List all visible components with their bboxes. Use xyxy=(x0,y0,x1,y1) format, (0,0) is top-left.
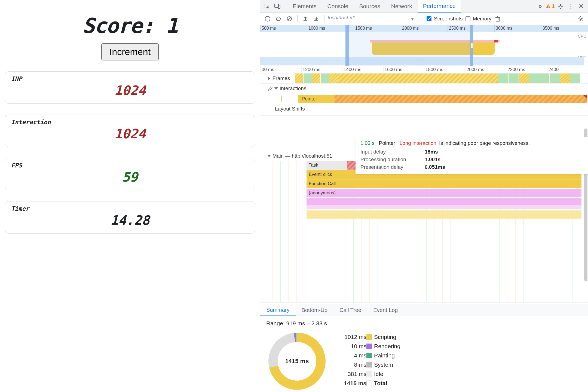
metric-label: Timer xyxy=(11,205,249,212)
memory-checkbox-input[interactable] xyxy=(465,16,470,21)
track-label: Frames xyxy=(272,75,290,81)
overview-ruler: 500 ms 1000 ms 1500 ms 2000 ms 2500 ms 3… xyxy=(260,25,588,32)
flame-bar-task[interactable]: Task xyxy=(307,161,347,170)
flame-bar-anonymous[interactable]: (anonymous) xyxy=(307,189,581,197)
legend-name: Rendering xyxy=(374,343,400,350)
capture-settings-icon[interactable] xyxy=(576,14,585,23)
swatch-total xyxy=(366,381,372,386)
metric-label: FPS xyxy=(11,162,249,169)
screenshots-checkbox[interactable]: Screenshots xyxy=(425,16,463,22)
disclose-icon[interactable] xyxy=(268,76,270,80)
ruler-tick: 3500 ms xyxy=(541,25,588,32)
disclose-icon[interactable] xyxy=(274,87,278,90)
download-profile-button[interactable] xyxy=(312,14,321,23)
issues-badge[interactable]: 1 xyxy=(546,3,555,9)
tab-console[interactable]: Console xyxy=(323,0,353,13)
overview-cpu-label: CPU xyxy=(578,33,586,39)
chevron-down-icon[interactable]: ▾ xyxy=(411,16,414,22)
tab-sources[interactable]: Sources xyxy=(354,0,385,13)
swatch-painting xyxy=(366,353,372,358)
tab-event-log[interactable]: Event Log xyxy=(367,304,404,316)
more-tabs-icon[interactable]: » xyxy=(535,2,545,11)
ruler-tick: 2200 ms xyxy=(506,66,547,73)
track-layout-shifts[interactable]: Layout Shifts xyxy=(260,104,588,116)
record-button[interactable] xyxy=(263,14,272,23)
issues-count: 1 xyxy=(552,3,555,9)
long-interaction-warning-icon xyxy=(583,95,587,103)
flame-bar[interactable] xyxy=(307,198,581,209)
tab-performance[interactable]: Performance xyxy=(418,0,461,13)
checkbox-label: Screenshots xyxy=(434,16,463,22)
tab-summary[interactable]: Summary xyxy=(260,304,296,316)
interaction-bar-label: Pointer xyxy=(298,95,335,103)
overview-handle-right[interactable] xyxy=(470,25,473,66)
svg-line-7 xyxy=(288,17,291,20)
device-toolbar-icon[interactable] xyxy=(273,2,282,11)
reload-record-button[interactable] xyxy=(274,14,283,23)
legend-ms: 381 ms xyxy=(336,371,366,377)
screenshots-checkbox-input[interactable] xyxy=(427,16,431,21)
tab-elements[interactable]: Elements xyxy=(288,0,321,13)
metric-label: INP xyxy=(11,75,249,82)
legend-name: Scripting xyxy=(374,334,400,340)
overview-handle-left[interactable] xyxy=(345,25,349,66)
tooltip-key: Input delay xyxy=(360,148,420,156)
donut-center-label: 1415 ms xyxy=(268,333,326,390)
swatch-system xyxy=(366,362,372,367)
upload-profile-button[interactable] xyxy=(301,14,310,23)
track-label: Main — http://localhost:51 xyxy=(272,153,332,159)
memory-checkbox[interactable]: Memory xyxy=(464,16,492,22)
ruler-tick: 1800 ms xyxy=(424,66,465,73)
inspect-icon[interactable] xyxy=(262,2,272,11)
summary-legend: 1012 msScripting 10 msRendering 4 msPain… xyxy=(336,334,400,387)
tooltip-value: 6.051ms xyxy=(425,163,445,171)
summary-donut-chart: 1415 ms xyxy=(268,333,326,390)
ruler-tick: 1400 ms xyxy=(342,66,383,73)
metric-value: 14.28 xyxy=(11,213,249,228)
track-thread-pool[interactable]: Thread Pool xyxy=(260,303,588,304)
tooltip-key: Processing duration xyxy=(360,156,420,163)
flame-bar-function-call[interactable]: Function Call xyxy=(307,179,581,188)
tooltip-kind: Pointer xyxy=(379,140,395,146)
details-tabstrip: Summary Bottom-Up Call Tree Event Log xyxy=(260,304,588,316)
tab-network[interactable]: Network xyxy=(386,0,417,13)
tab-call-tree[interactable]: Call Tree xyxy=(333,304,367,316)
svg-point-5 xyxy=(560,5,561,7)
track-frames[interactable]: Frames xyxy=(260,74,588,84)
overview-selection[interactable] xyxy=(349,32,470,66)
svg-rect-4 xyxy=(548,7,549,8)
ruler-tick: 1600 ms xyxy=(383,66,424,73)
long-interaction-link[interactable]: Long interaction xyxy=(400,140,436,146)
metric-card-inp: INP 1024 xyxy=(5,71,255,104)
increment-button[interactable]: Increment xyxy=(101,43,159,60)
ruler-tick: 3000 ms xyxy=(494,25,541,32)
swatch-idle xyxy=(366,371,372,377)
ruler-tick: 500 ms xyxy=(260,25,307,32)
legend-ms: 1012 ms xyxy=(336,334,366,340)
legend-ms: 4 ms xyxy=(336,352,366,359)
metric-card-fps: FPS 59 xyxy=(5,158,255,190)
settings-icon[interactable] xyxy=(556,2,565,11)
kebab-menu-icon[interactable]: ⋮ xyxy=(566,2,575,11)
garbage-collect-button[interactable] xyxy=(493,14,502,23)
timeline-overview[interactable]: 500 ms 1000 ms 1500 ms 2000 ms 2500 ms 3… xyxy=(260,25,588,66)
clear-button[interactable] xyxy=(285,14,294,23)
close-devtools-icon[interactable]: ✕ xyxy=(577,2,586,11)
legend-ms: 10 ms xyxy=(336,343,366,350)
legend-ms: 8 ms xyxy=(336,362,366,368)
legend-name: Total xyxy=(374,380,400,387)
interaction-bar[interactable]: Pointer xyxy=(298,95,587,103)
disclose-icon[interactable] xyxy=(267,155,271,157)
profile-select[interactable]: localhost #1 xyxy=(328,15,409,23)
tooltip-value: 1.001s xyxy=(425,156,440,163)
ruler-tick: 2000 ms xyxy=(465,66,506,73)
metric-value: 1024 xyxy=(11,126,249,141)
ruler-tick: 1500 ms xyxy=(354,25,401,32)
edit-icon xyxy=(268,86,273,91)
track-interactions[interactable]: Interactions Pointer xyxy=(260,84,588,104)
flame-bar[interactable] xyxy=(307,210,581,219)
tooltip-key: Presentation delay xyxy=(360,163,420,171)
flame-chart[interactable]: 00 ms 1200 ms 1400 ms 1600 ms 1800 ms 20… xyxy=(260,66,588,304)
tab-bottom-up[interactable]: Bottom-Up xyxy=(296,304,334,316)
track-label: Layout Shifts xyxy=(275,106,305,112)
